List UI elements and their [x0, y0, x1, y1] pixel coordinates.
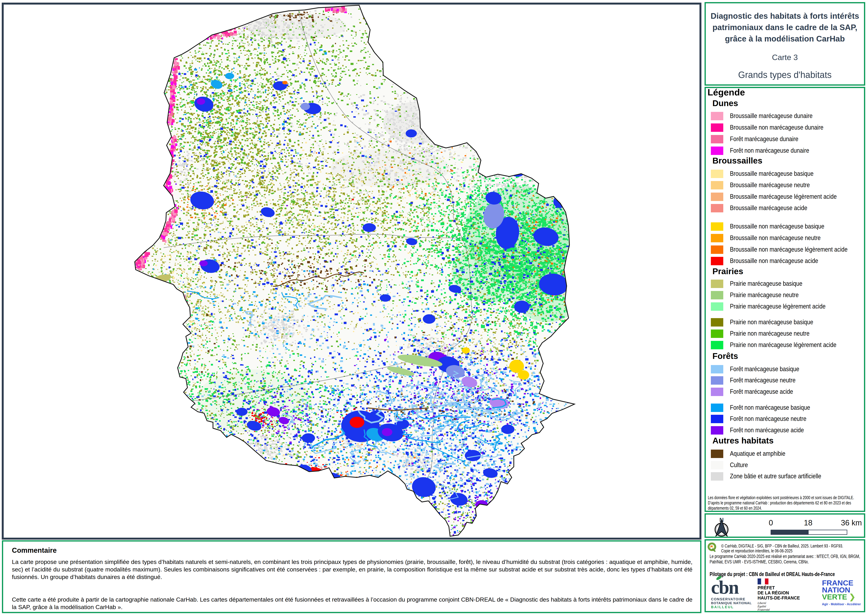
svg-text:0: 0	[769, 518, 773, 527]
svg-text:18: 18	[804, 518, 812, 527]
svg-text:36 km: 36 km	[841, 518, 862, 527]
